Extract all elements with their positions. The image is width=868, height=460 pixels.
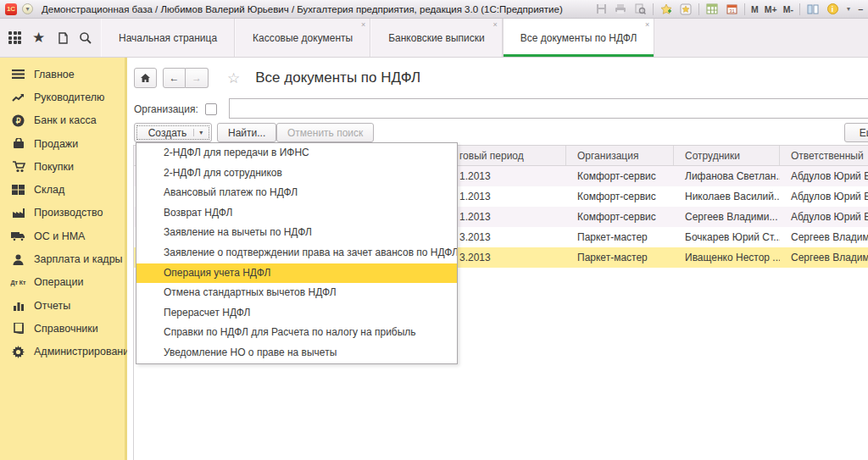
memory-plus-button[interactable]: M+ xyxy=(765,3,777,16)
sidebar-item-purchases[interactable]: Покупки xyxy=(0,155,125,178)
cancel-search-button[interactable]: Отменить поиск xyxy=(276,123,374,142)
save-icon[interactable] xyxy=(594,3,608,16)
close-tab-icon[interactable]: × xyxy=(645,21,649,29)
favorites-star-icon[interactable]: ★ xyxy=(31,30,47,47)
history-icon[interactable] xyxy=(53,30,70,47)
sidebar-item-fixed-assets[interactable]: ОС и НМА xyxy=(0,224,125,247)
more-button[interactable]: Ещё xyxy=(844,123,868,142)
split-window-icon[interactable] xyxy=(806,3,820,16)
organization-filter-row: Организация: xyxy=(134,98,868,120)
column-header-responsible[interactable]: Ответственный xyxy=(780,146,868,165)
forward-button[interactable]: → xyxy=(186,68,209,88)
info-caret-icon[interactable]: ▾ xyxy=(845,3,852,16)
titlebar-separator xyxy=(744,3,745,15)
home-icon xyxy=(140,73,151,83)
tab-bank-statements[interactable]: Банковские выписки × xyxy=(370,19,503,57)
svg-text:₽: ₽ xyxy=(16,117,21,125)
main-content: ← → ☆ Все документы по НДФЛ Организация:… xyxy=(127,58,868,460)
menu-item[interactable]: 2-НДФЛ для сотрудников xyxy=(136,163,457,184)
menu-item[interactable]: Заявление на вычеты по НДФЛ xyxy=(136,223,457,243)
window-titlebar: 1С ▾ Демонстрационная база / Любимов Вал… xyxy=(0,0,868,19)
list-toolbar: Создать ▾ Найти... Отменить поиск Ещё xyxy=(134,123,868,143)
create-dropdown-menu: 2-НДФЛ для передачи в ИФНС 2-НДФЛ для со… xyxy=(136,142,458,364)
menu-item[interactable]: Уведомление НО о праве на вычеты xyxy=(136,343,457,363)
gear-icon xyxy=(11,345,25,359)
tabbar-tools: ★ xyxy=(0,19,101,57)
warehouse-icon xyxy=(11,183,25,197)
menu-item[interactable]: Заявление о подтверждении права на зачет… xyxy=(136,243,457,263)
trend-chart-icon xyxy=(11,90,25,104)
sidebar-item-operations[interactable]: Дт Кт Операции xyxy=(0,271,125,294)
sidebar-item-directories[interactable]: Справочники xyxy=(0,317,125,340)
sidebar-item-reports[interactable]: Отчеты xyxy=(0,294,125,317)
tab-bar: ★ Начальная страница Кассовые документы … xyxy=(0,19,868,58)
menu-item[interactable]: Отмена стандартных вычетов НДФЛ xyxy=(136,283,457,303)
print-icon[interactable] xyxy=(614,3,627,16)
truck-icon xyxy=(11,229,25,243)
bag-icon xyxy=(11,136,25,151)
sidebar-item-main[interactable]: Главное xyxy=(0,63,125,86)
main-menu-caret-icon[interactable]: ▾ xyxy=(22,3,33,14)
close-tab-icon[interactable]: × xyxy=(493,21,498,29)
bar-chart-icon xyxy=(11,298,25,313)
titlebar-separator xyxy=(653,3,654,15)
titlebar-toolbar: 31 M M+ M- i ▾ − xyxy=(594,3,863,16)
menu-item[interactable]: Перерасчет НДФЛ xyxy=(136,303,457,324)
page-title: Все документы по НДФЛ xyxy=(255,69,420,86)
column-header-employees[interactable]: Сотрудники xyxy=(674,146,780,165)
ruble-coin-icon: ₽ xyxy=(11,114,25,128)
chevron-down-icon: ▾ xyxy=(193,129,203,136)
sidebar-item-bank-cash[interactable]: ₽ Банк и касса xyxy=(0,109,125,132)
form-nav-row: ← → ☆ Все документы по НДФЛ xyxy=(134,68,420,88)
organization-label: Организация: xyxy=(134,103,198,115)
create-button[interactable]: Создать ▾ xyxy=(134,123,212,142)
memory-minus-button[interactable]: M- xyxy=(783,3,793,16)
preview-icon[interactable] xyxy=(633,3,647,16)
person-icon xyxy=(11,252,25,267)
minimize-icon[interactable]: − xyxy=(858,3,863,16)
tabs: Начальная страница Кассовые документы × … xyxy=(101,19,654,57)
info-icon[interactable]: i xyxy=(826,3,839,16)
favorites-icon[interactable] xyxy=(679,3,693,16)
back-button[interactable]: ← xyxy=(163,68,186,88)
menu-lines-icon xyxy=(11,67,25,81)
menu-item[interactable]: Авансовый платеж по НДФЛ xyxy=(136,183,457,203)
column-header-organization[interactable]: Организация xyxy=(566,146,674,165)
app-logo-icon: 1С xyxy=(5,3,17,15)
cart-icon xyxy=(11,159,25,174)
sidebar-item-production[interactable]: Производство xyxy=(0,202,125,224)
organization-input[interactable] xyxy=(229,98,868,119)
menu-item-highlighted[interactable]: Операция учета НДФЛ xyxy=(136,263,457,284)
debit-credit-icon: Дт Кт xyxy=(11,275,25,290)
sidebar-item-administration[interactable]: Администрирование xyxy=(0,341,125,363)
add-favorite-icon[interactable] xyxy=(659,3,673,16)
sidebar-item-sales[interactable]: Продажи xyxy=(0,132,125,155)
tab-cash-documents[interactable]: Кассовые документы × xyxy=(235,19,370,57)
close-tab-icon[interactable]: × xyxy=(361,21,365,29)
sections-sidebar: Главное Руководителю ₽ Банк и касса Прод… xyxy=(0,58,127,460)
history-nav-group: ← → xyxy=(163,68,209,88)
menu-item[interactable]: Возврат НДФЛ xyxy=(136,203,457,224)
window-title: Демонстрационная база / Любимов Валерий … xyxy=(42,4,563,14)
svg-text:31: 31 xyxy=(729,8,735,14)
titlebar-separator xyxy=(799,3,800,15)
tab-home[interactable]: Начальная страница xyxy=(101,19,235,57)
organization-checkbox[interactable] xyxy=(205,103,217,115)
sidebar-item-payroll-hr[interactable]: Зарплата и кадры xyxy=(0,247,125,270)
calc-table-icon[interactable] xyxy=(705,3,719,16)
sections-menu-icon[interactable] xyxy=(7,30,24,47)
memory-button[interactable]: M xyxy=(751,3,759,16)
search-icon[interactable] xyxy=(77,30,94,47)
titlebar-separator xyxy=(698,3,699,15)
find-button[interactable]: Найти... xyxy=(217,123,276,142)
calendar-icon[interactable]: 31 xyxy=(725,3,738,16)
menu-item[interactable]: Справки по НДФЛ для Расчета по налогу на… xyxy=(136,323,457,343)
sidebar-item-manager[interactable]: Руководителю xyxy=(0,86,125,108)
menu-item[interactable]: 2-НДФЛ для передачи в ИФНС xyxy=(136,143,457,163)
tab-ndfl-documents[interactable]: Все документы по НДФЛ × xyxy=(503,19,655,57)
books-icon xyxy=(11,321,25,335)
favorite-star-icon[interactable]: ☆ xyxy=(227,69,240,87)
sidebar-item-warehouse[interactable]: Склад xyxy=(0,178,125,201)
home-button[interactable] xyxy=(134,68,157,88)
factory-icon xyxy=(11,206,25,220)
